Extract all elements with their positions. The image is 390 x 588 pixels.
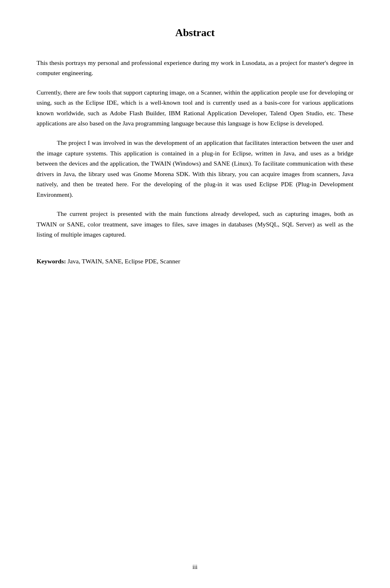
- keywords-section: Keywords: Java, TWAIN, SANE, Eclipse PDE…: [37, 256, 353, 267]
- paragraph-3: The project I was involved in was the de…: [37, 138, 353, 200]
- keywords-values: Java, TWAIN, SANE, Eclipse PDE, Scanner: [67, 258, 180, 265]
- page-title: Abstract: [37, 24, 353, 41]
- keywords-label: Keywords:: [37, 258, 66, 265]
- paragraph-4: The current project is presented with th…: [37, 209, 353, 240]
- page: Abstract This thesis portrays my persona…: [0, 0, 390, 588]
- paragraph-1: This thesis portrays my personal and pro…: [37, 58, 353, 78]
- page-number: iii: [0, 562, 390, 572]
- paragraph-2: Currently, there are few tools that supp…: [37, 87, 353, 129]
